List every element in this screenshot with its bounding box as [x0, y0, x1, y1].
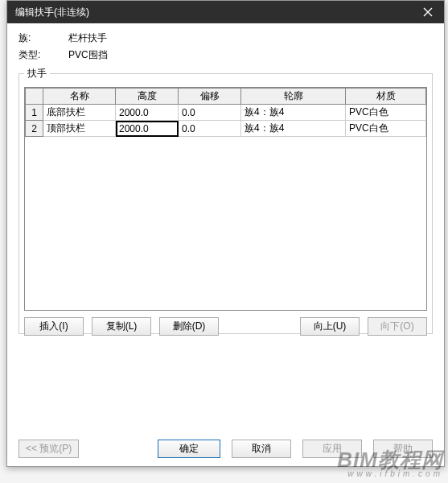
rails-fieldset: 扶手 名称 高度 偏移 轮廓 材质	[18, 67, 433, 334]
col-name[interactable]: 名称	[43, 89, 116, 105]
cell-height[interactable]: 2000.0	[116, 121, 179, 137]
dialog-footer: << 预览(P) 确定 取消 应用 帮助	[18, 440, 433, 458]
move-up-button[interactable]: 向上(U)	[300, 317, 360, 336]
cell-profile[interactable]: 族4：族4	[241, 121, 346, 137]
rails-legend: 扶手	[24, 67, 50, 80]
preview-button[interactable]: << 预览(P)	[18, 440, 79, 458]
titlebar: 编辑扶手(非连续)	[7, 1, 444, 23]
family-label: 族:	[18, 31, 68, 45]
cell-profile[interactable]: 族4：族4	[241, 105, 346, 121]
cell-rowhead[interactable]: 1	[26, 105, 43, 121]
type-row: 类型: PVC围挡	[18, 48, 433, 62]
type-label: 类型:	[18, 48, 68, 62]
close-icon	[423, 7, 433, 17]
col-height[interactable]: 高度	[116, 89, 179, 105]
cell-offset[interactable]: 0.0	[179, 121, 241, 137]
cell-material[interactable]: PVC白色	[346, 121, 426, 137]
col-profile[interactable]: 轮廓	[241, 89, 346, 105]
cell-offset[interactable]: 0.0	[179, 105, 241, 121]
duplicate-button[interactable]: 复制(L)	[92, 317, 151, 336]
cancel-button[interactable]: 取消	[232, 440, 291, 458]
ok-button[interactable]: 确定	[158, 440, 220, 458]
cell-rowhead[interactable]: 2	[26, 121, 43, 137]
move-down-button[interactable]: 向下(O)	[368, 317, 427, 336]
dialog-body: 族: 栏杆扶手 类型: PVC围挡 扶手 名称 高度	[7, 23, 444, 466]
cell-material[interactable]: PVC白色	[346, 105, 426, 121]
cell-height[interactable]: 2000.0	[116, 105, 179, 121]
close-button[interactable]	[412, 1, 444, 23]
type-value: PVC围挡	[68, 48, 108, 62]
table-row[interactable]: 2顶部扶栏2000.00.0族4：族4PVC白色	[26, 121, 426, 137]
insert-button[interactable]: 插入(I)	[24, 317, 84, 336]
family-value: 栏杆扶手	[68, 31, 107, 45]
help-button[interactable]: 帮助	[373, 440, 433, 458]
col-material[interactable]: 材质	[346, 89, 426, 105]
dialog-title: 编辑扶手(非连续)	[15, 6, 89, 19]
apply-button[interactable]: 应用	[302, 440, 362, 458]
family-row: 族: 栏杆扶手	[18, 31, 433, 45]
dialog: 编辑扶手(非连续) 族: 栏杆扶手 类型: PVC围挡 扶手	[6, 0, 445, 467]
spacer	[227, 317, 292, 336]
rails-table-container[interactable]: 名称 高度 偏移 轮廓 材质 1底部扶栏2000.00.0族4：族4PVC白色2…	[24, 87, 427, 311]
watermark-sub: www.ifbim.com	[337, 470, 443, 478]
table-buttons: 插入(I) 复制(L) 删除(D) 向上(U) 向下(O)	[24, 317, 427, 336]
col-offset[interactable]: 偏移	[179, 89, 241, 105]
rails-table: 名称 高度 偏移 轮廓 材质 1底部扶栏2000.00.0族4：族4PVC白色2…	[25, 88, 426, 137]
cell-name[interactable]: 底部扶栏	[43, 105, 116, 121]
table-row[interactable]: 1底部扶栏2000.00.0族4：族4PVC白色	[26, 105, 426, 121]
cell-name[interactable]: 顶部扶栏	[43, 121, 116, 137]
delete-button[interactable]: 删除(D)	[159, 317, 219, 336]
col-rowhead[interactable]	[26, 89, 43, 105]
